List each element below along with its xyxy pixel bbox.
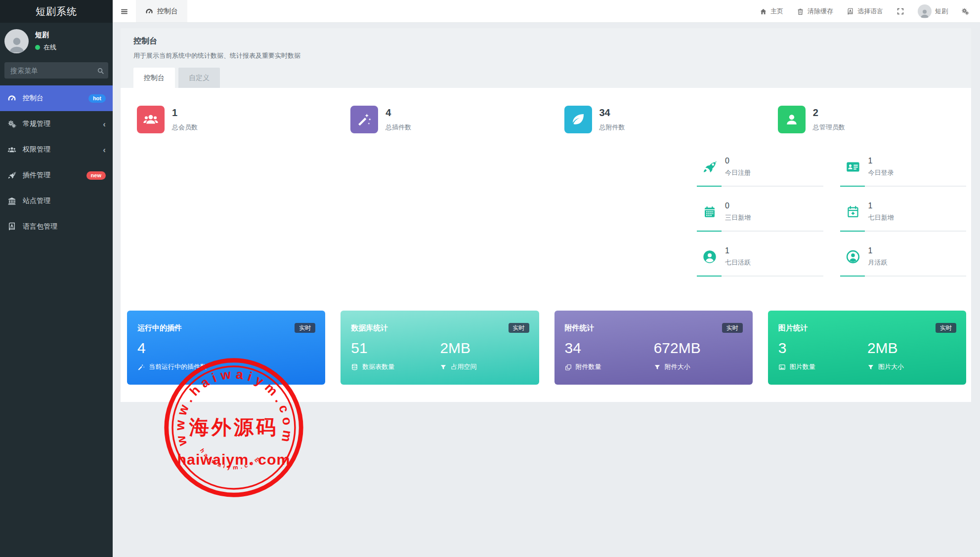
mini-stat-today-registered: 0 今日注册 bbox=[697, 150, 823, 195]
trash-icon bbox=[797, 7, 804, 15]
card-value-label: 附件数量 bbox=[576, 362, 601, 371]
card-title: 数据库统计 bbox=[351, 323, 388, 333]
tachometer-icon bbox=[7, 94, 16, 103]
stat-total-members: 1 总会员数 bbox=[127, 106, 325, 133]
card-title: 运行中的插件 bbox=[137, 323, 182, 333]
mini-stats-grid: 0 今日注册 1 今日登录 bbox=[697, 150, 966, 285]
stat-label: 总管理员数 bbox=[813, 123, 845, 132]
mini-stat-value: 1 bbox=[725, 246, 751, 255]
search-icon[interactable] bbox=[97, 66, 104, 75]
card-value: 4 bbox=[137, 340, 315, 357]
panel-body: 1 总会员数 4 总插件数 bbox=[121, 88, 971, 402]
card-value: 34 bbox=[565, 340, 654, 357]
new-badge: new bbox=[86, 171, 106, 180]
card-value: 3 bbox=[778, 340, 867, 357]
magic-wand-icon bbox=[137, 363, 145, 371]
user-avatar[interactable] bbox=[4, 29, 29, 53]
mini-stat-month-active: 1 月活跃 bbox=[840, 240, 967, 285]
mini-stat-value: 0 bbox=[725, 157, 751, 165]
sidebar-menu: 控制台 hot 常规管理 ‹ 权限管理 ‹ 插件管理 new bbox=[0, 85, 113, 239]
user-circle-outline-icon bbox=[845, 249, 861, 265]
tab-console[interactable]: 控制台 bbox=[133, 68, 175, 88]
topbar-username: 短剧 bbox=[935, 7, 948, 16]
sidebar-item-dashboard[interactable]: 控制台 hot bbox=[0, 85, 113, 111]
page-title: 控制台 bbox=[133, 36, 958, 46]
sidebar-item-general[interactable]: 常规管理 ‹ bbox=[0, 111, 113, 137]
card-value2: 672MB bbox=[654, 340, 743, 357]
language-icon bbox=[7, 222, 16, 231]
sidebar-item-auth[interactable]: 权限管理 ‹ bbox=[0, 137, 113, 162]
calendar-plus-icon bbox=[845, 205, 861, 219]
leaf-icon bbox=[564, 106, 592, 133]
mini-stat-label: 七日活跃 bbox=[725, 258, 751, 267]
sidebar-toggle-button[interactable] bbox=[113, 0, 136, 22]
search-input[interactable] bbox=[4, 62, 108, 79]
mini-stat-7day-active: 1 七日活跃 bbox=[697, 240, 823, 285]
card-title: 图片统计 bbox=[778, 323, 808, 333]
sidebar-search bbox=[4, 62, 108, 79]
rocket-icon bbox=[702, 159, 718, 174]
realtime-badge: 实时 bbox=[509, 323, 529, 333]
user-icon bbox=[778, 106, 806, 133]
stat-value: 1 bbox=[172, 107, 198, 119]
sidebar-item-addon[interactable]: 插件管理 new bbox=[0, 162, 113, 188]
mini-stat-underline bbox=[840, 186, 967, 187]
user-menu[interactable]: 短剧 bbox=[918, 4, 948, 18]
sidebar-item-site[interactable]: 站点管理 bbox=[0, 188, 113, 214]
stat-label: 总附件数 bbox=[599, 123, 625, 132]
sidebar-item-label: 权限管理 bbox=[23, 145, 50, 154]
users-icon bbox=[137, 106, 165, 133]
settings-button[interactable] bbox=[961, 7, 969, 15]
stat-total-admins: 2 总管理员数 bbox=[768, 106, 966, 133]
tab-dashboard[interactable]: 控制台 bbox=[136, 0, 187, 22]
user-status: 在线 bbox=[35, 43, 56, 52]
user-icon bbox=[7, 34, 27, 53]
stat-total-addons: 4 总插件数 bbox=[341, 106, 539, 133]
card-title: 附件统计 bbox=[565, 323, 595, 333]
card-value-label: 当前运行中的插件数 bbox=[149, 362, 207, 371]
home-icon bbox=[760, 7, 767, 15]
id-card-icon bbox=[845, 159, 861, 175]
clear-cache-button[interactable]: 清除缓存 bbox=[797, 7, 833, 16]
tab-label: 控制台 bbox=[157, 7, 178, 16]
hamburger-icon bbox=[120, 6, 128, 15]
card-value: 51 bbox=[351, 340, 440, 357]
realtime-badge: 实时 bbox=[295, 323, 315, 333]
fullscreen-button[interactable] bbox=[896, 7, 904, 15]
stat-total-attachments: 34 总附件数 bbox=[554, 106, 753, 133]
sidebar-item-label: 控制台 bbox=[23, 94, 43, 103]
mini-stat-7day-new: 1 七日新增 bbox=[840, 195, 967, 240]
tab-custom[interactable]: 自定义 bbox=[178, 68, 220, 88]
home-link[interactable]: 主页 bbox=[760, 7, 783, 16]
stat-label: 总插件数 bbox=[385, 123, 411, 132]
topbar-right: 主页 清除缓存 选择语言 短剧 bbox=[760, 0, 980, 22]
calendar-icon bbox=[702, 205, 718, 219]
mini-stat-label: 今日登录 bbox=[868, 168, 894, 177]
topbar: 控制台 主页 清除缓存 选择语言 bbox=[113, 0, 980, 23]
expand-icon bbox=[896, 7, 904, 15]
sidebar-item-language[interactable]: 语言包管理 bbox=[0, 214, 113, 239]
choose-language-button[interactable]: 选择语言 bbox=[847, 7, 883, 16]
sidebar-item-label: 站点管理 bbox=[23, 197, 50, 205]
cogs-icon bbox=[7, 119, 16, 128]
hot-badge: hot bbox=[88, 94, 106, 103]
main-content: 控制台 用于展示当前系统中的统计数据、统计报表及重要实时数据 控制台 自定义 1… bbox=[113, 23, 980, 557]
avatar bbox=[918, 4, 932, 18]
stat-value: 2 bbox=[813, 107, 845, 119]
page-subtitle: 用于展示当前系统中的统计数据、统计报表及重要实时数据 bbox=[133, 51, 958, 60]
card-attachment-stats: 附件统计 实时 34 672MB 附件数量 bbox=[554, 311, 753, 385]
user-name: 短剧 bbox=[35, 31, 56, 40]
realtime-badge: 实时 bbox=[722, 323, 743, 333]
rocket-icon bbox=[7, 171, 16, 180]
bank-icon bbox=[7, 197, 16, 205]
mini-stat-value: 0 bbox=[725, 201, 751, 210]
tachometer-icon bbox=[145, 7, 153, 15]
database-icon bbox=[351, 363, 358, 371]
mini-stat-value: 1 bbox=[868, 157, 894, 165]
mini-stat-underline bbox=[840, 231, 967, 232]
mini-stat-underline bbox=[697, 276, 823, 277]
mini-stat-label: 今日注册 bbox=[725, 168, 751, 177]
mini-stat-3day-new: 0 三日新增 bbox=[697, 195, 823, 240]
card-image-stats: 图片统计 实时 3 2MB 图片数量 bbox=[768, 311, 966, 385]
chevron-left-icon: ‹ bbox=[103, 120, 106, 128]
